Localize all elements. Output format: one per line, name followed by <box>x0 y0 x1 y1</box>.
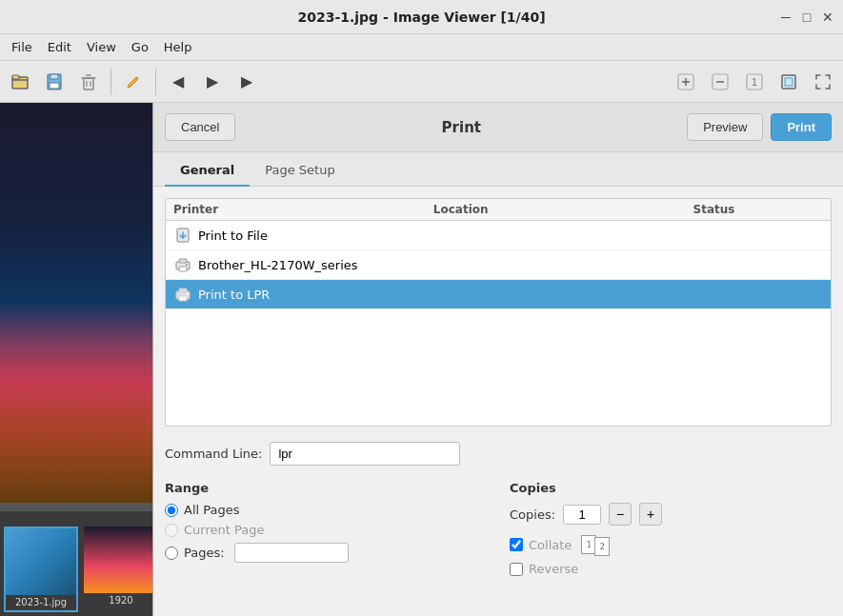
pages-input[interactable] <box>234 543 349 563</box>
thumbnail-2[interactable]: 1920 <box>84 527 152 612</box>
nav-forward-button[interactable]: ▶ <box>231 66 263 98</box>
minimize-button[interactable]: ─ <box>778 10 793 25</box>
command-line-row: Command Line: <box>165 442 832 466</box>
copies-title: Copies <box>510 481 832 495</box>
print-button[interactable]: Print <box>771 113 832 141</box>
dialog-content: Printer Location Status Print to File <box>153 187 843 616</box>
zoom-100-button[interactable]: 1 <box>738 66 771 98</box>
copies-decrease-button[interactable]: − <box>609 503 632 526</box>
svg-point-25 <box>186 293 188 295</box>
edit-button[interactable] <box>117 66 150 98</box>
range-copies-section: Range All Pages Current Page Pages: <box>165 481 832 582</box>
svg-rect-5 <box>84 78 93 89</box>
cancel-button[interactable]: Cancel <box>165 113 235 141</box>
nav-play-button[interactable]: ▶ <box>196 66 229 98</box>
toolbar: ◀ ▶ ▶ 1 <box>0 61 843 103</box>
collate-icon: 1 2 <box>581 533 610 556</box>
range-section: Range All Pages Current Page Pages: <box>165 481 487 582</box>
toolbar-separator-2 <box>155 69 156 95</box>
printer-row-lpr[interactable]: Print to LPR <box>166 280 831 309</box>
svg-text:1: 1 <box>752 77 757 88</box>
copies-label: Copies: <box>510 507 555 522</box>
collate-page-2: 2 <box>594 537 610 556</box>
thumbnail-1-label: 2023-1.jpg <box>6 597 76 607</box>
current-page-radio[interactable] <box>165 524 178 537</box>
svg-rect-4 <box>50 83 59 89</box>
dialog-title: Print <box>243 119 679 136</box>
brother-name: Brother_HL-2170W_series <box>198 258 448 272</box>
preview-button[interactable]: Preview <box>687 113 763 141</box>
all-pages-row: All Pages <box>165 503 487 517</box>
lpr-printer-icon <box>173 285 192 304</box>
close-button[interactable]: ✕ <box>820 10 835 25</box>
svg-rect-24 <box>179 296 187 301</box>
zoom-out-button[interactable] <box>704 66 736 98</box>
title-bar: 2023-1.jpg - Image Viewer [1/40] ─ □ ✕ <box>0 0 843 34</box>
tab-page-setup[interactable]: Page Setup <box>250 157 350 187</box>
thumbnail-1[interactable]: 2023-1.jpg <box>4 527 78 612</box>
fullscreen-button[interactable] <box>807 66 839 98</box>
svg-rect-1 <box>12 75 19 79</box>
fit-button[interactable] <box>773 66 805 98</box>
reverse-label: Reverse <box>529 562 578 576</box>
svg-point-21 <box>186 264 188 266</box>
menu-go[interactable]: Go <box>124 36 156 58</box>
menu-view[interactable]: View <box>79 36 124 58</box>
lpr-name: Print to LPR <box>198 288 448 302</box>
collate-row: Collate 1 2 <box>510 533 832 556</box>
collate-label: Collate <box>529 538 572 552</box>
pages-radio[interactable] <box>165 546 178 560</box>
print-to-file-name: Print to File <box>198 229 448 243</box>
pages-label: Pages: <box>184 546 225 560</box>
maximize-button[interactable]: □ <box>799 10 814 25</box>
menu-help[interactable]: Help <box>156 36 200 58</box>
printer-table-header: Printer Location Status <box>166 199 831 221</box>
thumbnail-1-image <box>6 528 76 595</box>
copies-section: Copies Copies: − + Collate 1 <box>510 481 832 582</box>
window-controls: ─ □ ✕ <box>778 10 835 25</box>
svg-rect-16 <box>785 78 793 86</box>
print-dialog: Cancel Print Preview Print General Page … <box>152 103 843 616</box>
svg-rect-20 <box>179 267 187 271</box>
command-line-label: Command Line: <box>165 447 262 461</box>
all-pages-radio[interactable] <box>165 504 178 517</box>
zoom-in-button[interactable] <box>670 66 702 98</box>
printer-col-header: Printer <box>173 203 433 216</box>
copies-input[interactable] <box>563 505 601 525</box>
svg-rect-3 <box>50 74 58 79</box>
location-col-header: Location <box>433 203 693 216</box>
toolbar-right: 1 <box>670 66 839 98</box>
reverse-row: Reverse <box>510 562 832 576</box>
image-panel: 2023-1.jpg 1920 <box>0 103 152 616</box>
pages-row: Pages: <box>165 543 487 563</box>
nav-back-button[interactable]: ◀ <box>162 66 194 98</box>
printer-row-print-to-file[interactable]: Print to File <box>166 221 831 250</box>
svg-rect-19 <box>179 259 187 263</box>
collate-checkbox[interactable] <box>510 538 523 551</box>
toolbar-separator-1 <box>110 69 111 95</box>
desktop-thumb-image <box>6 528 76 595</box>
menu-edit[interactable]: Edit <box>40 36 79 58</box>
print-to-file-icon <box>173 226 192 245</box>
save-button[interactable] <box>38 66 70 98</box>
all-pages-label: All Pages <box>184 503 240 517</box>
delete-button[interactable] <box>72 66 105 98</box>
menu-file[interactable]: File <box>4 36 40 58</box>
thumbnail-2-label: 1920 <box>84 595 152 606</box>
status-col-header: Status <box>693 203 823 216</box>
current-page-row: Current Page <box>165 523 487 537</box>
copies-count-row: Copies: − + <box>510 503 832 526</box>
dialog-header: Cancel Print Preview Print <box>153 103 843 152</box>
svg-rect-23 <box>179 288 187 292</box>
command-line-input[interactable] <box>270 442 460 466</box>
brother-printer-icon <box>173 255 192 274</box>
printer-row-brother[interactable]: Brother_HL-2170W_series <box>166 250 831 280</box>
open-button[interactable] <box>4 66 36 98</box>
city-image <box>0 103 152 503</box>
dialog-tabs: General Page Setup <box>153 152 843 187</box>
copies-increase-button[interactable]: + <box>639 503 662 526</box>
reverse-checkbox[interactable] <box>510 563 523 576</box>
city-thumb-image <box>84 527 152 593</box>
printer-table: Printer Location Status Print to File <box>165 198 832 427</box>
tab-general[interactable]: General <box>165 157 250 187</box>
